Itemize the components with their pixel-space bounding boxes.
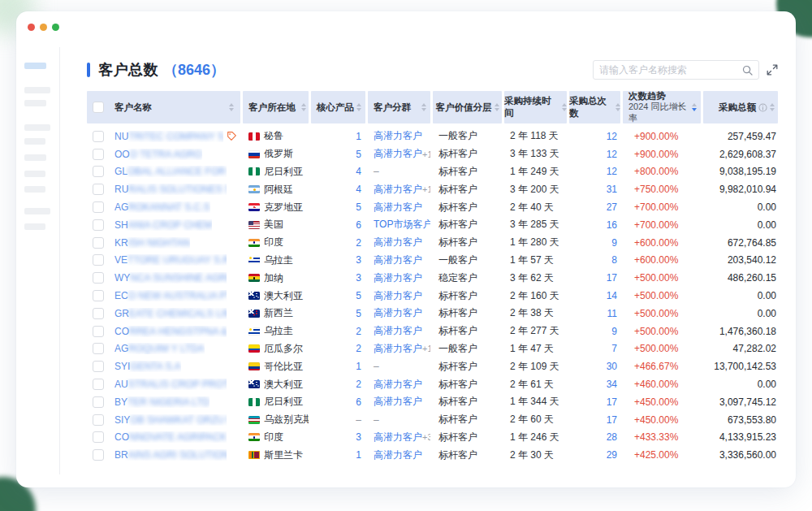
purchase-count-link[interactable]: 12 [607,166,617,177]
table-row[interactable]: CONNOVATE AGRIPACK PRIVATE ... 印度 3 高潜力客… [87,429,778,447]
customer-name-link[interactable]: KRISH NIGHTAN [114,237,190,249]
table-row[interactable]: SHANIA CROP CHEM 美国 6 TOP市场客户 标杆客户 3 年 2… [87,216,778,234]
core-products-count-link[interactable]: 3 [356,254,361,266]
table-row[interactable]: KRISH NIGHTAN 印度 2 高潜力客户 标杆客户 1 年 280 天 … [87,234,778,252]
table-row[interactable]: RURALIS SOLUTIONES S.A 阿根廷 4 高潜力客户 +1 标杆… [87,180,778,198]
segment-link[interactable]: – [374,414,379,426]
core-products-count-link[interactable]: 1 [356,131,361,142]
core-products-count-link[interactable]: 6 [356,219,361,231]
table-row[interactable]: SYIGENTA S.A 哥伦比亚 1 – 标杆客户 2 年 109 天 30 … [87,357,778,375]
customer-name-link[interactable]: SIYOB SHAWKAT ORZU FERMERX... [114,414,227,426]
segment-link[interactable]: 高潜力客户 [374,236,422,249]
table-row[interactable]: BYTER NIGERIA LTD 尼日利亚 6 高潜力客户 标杆客户 1 年 … [87,393,778,411]
table-row[interactable]: ECO NEW AUSTRALIA PTY LIMITED 澳大利亚 5 高潜力… [87,287,778,305]
table-row[interactable]: VETTORE URUGUAY S.R.L 乌拉圭 3 高潜力客户 一般客户 1… [87,252,778,270]
purchase-count-link[interactable]: 16 [607,219,617,231]
column-header-customer-name[interactable]: 客户名称 [87,91,240,123]
core-products-count-link[interactable]: 3 [356,272,361,284]
sidebar-skeleton-item[interactable] [24,208,50,214]
row-checkbox[interactable] [93,449,104,461]
info-icon[interactable] [758,103,767,112]
row-checkbox[interactable] [93,361,104,372]
table-row[interactable]: NUTRITEC COMPANY S.A.C 秘鲁 1 高潜力客户 一般客户 2… [87,128,778,145]
table-row[interactable]: AUSTRALIS CROP PROTECTIONP... 澳大利亚 2 高潜力… [87,375,778,393]
segment-link[interactable]: 高潜力客户 [374,431,422,444]
row-checkbox[interactable] [93,343,104,354]
sort-carets[interactable] [229,103,234,111]
segment-link[interactable]: 高潜力客户 [374,129,422,143]
customer-name-link[interactable]: CORREA HENGSTPNA & JAROR... [114,326,227,337]
row-checkbox[interactable] [93,272,104,284]
segment-link[interactable]: 高潜力客户 [374,324,422,338]
row-checkbox[interactable] [93,308,104,319]
table-row[interactable]: AGROKANNAT S.C.S 克罗地亚 5 高潜力客户 标杆客户 2 年 4… [87,198,778,216]
sort-carets[interactable] [421,103,426,111]
core-products-count-link[interactable]: 4 [356,184,361,195]
sidebar-skeleton-item[interactable] [24,63,46,69]
column-header-segment[interactable]: 客户分群 [368,91,430,123]
customer-name-link[interactable]: RURALIS SOLUTIONES S.A [114,184,227,195]
sort-carets[interactable] [356,103,361,111]
customer-name-link[interactable]: SYIGENTA S.A [114,361,181,372]
segment-link[interactable]: 高潜力客户 [374,147,422,161]
row-checkbox[interactable] [93,431,104,443]
core-products-count-link[interactable]: 2 [356,343,361,354]
sidebar-skeleton-item[interactable] [24,186,45,193]
row-checkbox[interactable] [93,149,104,160]
table-row[interactable]: GREATE CHEMICALS LIMITED 新西兰 5 高潜力客户 标杆客… [87,305,778,323]
segment-link[interactable]: – [374,361,379,372]
row-checkbox[interactable] [93,237,104,249]
row-checkbox[interactable] [93,290,104,301]
core-products-count-link[interactable]: 5 [356,308,361,319]
purchase-count-link[interactable]: 9 [611,326,617,337]
core-products-count-link[interactable]: 1 [356,361,361,372]
column-header-count-trend[interactable]: 次数趋势 2024 同比增长率 [623,91,701,123]
search-icon[interactable] [742,65,753,76]
row-checkbox[interactable] [93,254,104,266]
search-input[interactable] [599,64,742,76]
customer-name-link[interactable]: ECO NEW AUSTRALIA PTY LIMITED [114,290,227,301]
purchase-count-link[interactable]: 7 [611,343,617,354]
row-checkbox[interactable] [93,184,104,195]
core-products-count-link[interactable]: 6 [356,396,361,408]
table-row[interactable]: WYNCA SUNSHINE AGRO PRODU... 加纳 3 高潜力客户 … [87,269,778,287]
purchase-count-link[interactable]: 17 [607,414,617,426]
segment-link[interactable]: 高潜力客户 [374,306,422,320]
sort-carets[interactable] [301,103,306,111]
sort-carets[interactable] [495,103,499,111]
sidebar-skeleton-item[interactable] [24,124,50,131]
core-products-count-link[interactable]: – [356,414,361,426]
sidebar-skeleton-item[interactable] [24,87,50,93]
column-header-total-amount[interactable]: 采购总额 [703,91,778,123]
customer-name-link[interactable]: OOO TETRA AGRO [114,149,202,160]
search-box[interactable] [593,60,759,80]
segment-link[interactable]: 高潜力客户 [374,448,422,462]
sort-carets[interactable] [770,103,775,111]
segment-link[interactable]: 高潜力客户 [374,201,422,214]
purchase-count-link[interactable]: 12 [607,131,617,142]
row-checkbox[interactable] [93,166,104,177]
sidebar-skeleton-item[interactable] [24,100,46,106]
row-checkbox[interactable] [93,201,104,213]
core-products-count-link[interactable]: 5 [356,149,361,160]
customer-name-link[interactable]: AUSTRALIS CROP PROTECTIONP... [114,379,227,390]
purchase-count-link[interactable]: 17 [607,396,617,408]
core-products-count-link[interactable]: 2 [356,379,361,390]
table-row[interactable]: OOO TETRA AGRO 俄罗斯 5 高潜力客户 +1 标杆客户 3 年 1… [87,145,778,163]
purchase-count-link[interactable]: 30 [607,361,617,372]
purchase-count-link[interactable]: 31 [607,184,617,195]
column-header-purchase-duration[interactable]: 采购持续时间 [504,91,567,123]
purchase-count-link[interactable]: 29 [607,449,617,461]
core-products-count-link[interactable]: 1 [356,449,361,461]
customer-name-link[interactable]: AGROKANNAT S.C.S [114,201,210,213]
sort-carets[interactable] [615,103,620,111]
table-row[interactable]: GLOBAL ALLIANCE FOR CHEMICA... 尼日利亚 4 – … [87,163,778,181]
core-products-count-link[interactable]: 5 [356,201,361,213]
column-header-value-tier[interactable]: 客户价值分层 [433,91,502,123]
row-checkbox[interactable] [93,379,104,390]
customer-name-link[interactable]: GLOBAL ALLIANCE FOR CHEMICA... [114,166,227,177]
customer-name-link[interactable]: VETTORE URUGUAY S.R.L [114,254,227,266]
customer-name-link[interactable]: WYNCA SUNSHINE AGRO PRODU... [114,272,227,284]
purchase-count-link[interactable]: 27 [607,201,617,213]
segment-link[interactable]: TOP市场客户 [374,218,430,232]
